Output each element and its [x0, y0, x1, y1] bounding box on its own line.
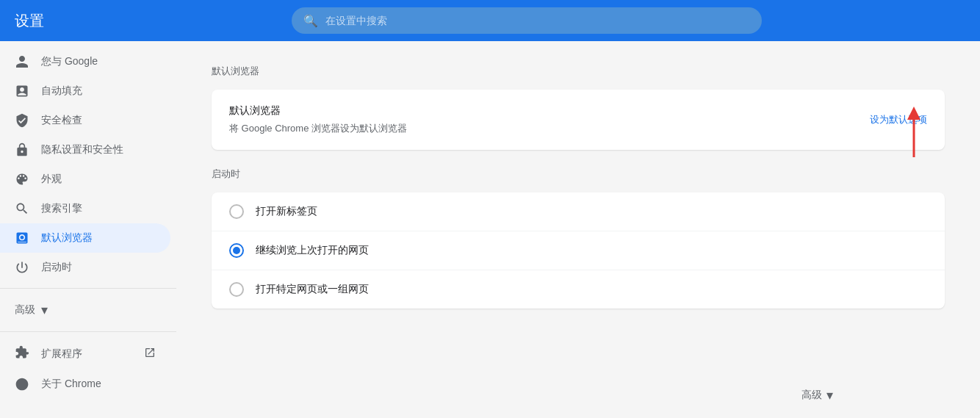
browser-icon	[15, 231, 29, 245]
set-default-button[interactable]: 设为默认选项	[870, 113, 927, 126]
default-browser-card-desc: 将 Google Chrome 浏览器设为默认浏览器	[229, 122, 407, 135]
palette-icon	[15, 172, 29, 187]
sidebar-item-safety[interactable]: 安全检查	[0, 106, 170, 135]
search-engine-icon	[15, 201, 29, 216]
sidebar-item-label: 您与 Google	[41, 55, 98, 68]
startup-option-label: 打开特定网页或一组网页	[256, 283, 369, 296]
radio-new-tab[interactable]	[229, 204, 244, 219]
chrome-icon	[15, 377, 29, 392]
search-input[interactable]	[325, 15, 750, 26]
sidebar-item-label: 启动时	[41, 261, 72, 274]
startup-options-card: 打开新标签页 继续浏览上次打开的网页 打开特定网页或一组网页	[212, 192, 945, 309]
startup-option-new-tab[interactable]: 打开新标签页	[212, 192, 945, 231]
sidebar-item-default-browser[interactable]: 默认浏览器	[0, 223, 170, 253]
sidebar-item-google[interactable]: 您与 Google	[0, 47, 170, 76]
default-browser-card: 默认浏览器 将 Google Chrome 浏览器设为默认浏览器 设为默认选项	[212, 90, 945, 150]
sidebar-item-autofill[interactable]: 自动填充	[0, 76, 170, 106]
main-content: 默认浏览器 默认浏览器 将 Google Chrome 浏览器设为默认浏览器 设…	[176, 41, 980, 418]
startup-option-specific[interactable]: 打开特定网页或一组网页	[212, 270, 945, 309]
extensions-icon	[15, 345, 29, 362]
sidebar-item-search[interactable]: 搜索引擎	[0, 194, 170, 223]
radio-continue[interactable]	[229, 243, 244, 258]
chevron-down-icon: ▾	[826, 387, 833, 403]
sidebar-item-label: 隐私设置和安全性	[41, 143, 123, 156]
startup-option-label: 打开新标签页	[256, 205, 317, 218]
divider	[0, 288, 176, 289]
shield-icon	[15, 113, 29, 128]
chevron-down-icon: ▾	[41, 302, 48, 318]
startup-option-continue[interactable]: 继续浏览上次打开的网页	[212, 231, 945, 270]
sidebar-item-label: 搜索引擎	[41, 202, 82, 215]
default-browser-card-title: 默认浏览器	[229, 104, 407, 118]
lock-icon	[15, 143, 29, 157]
sidebar-item-label: 外观	[41, 173, 62, 186]
sidebar-item-extensions[interactable]: 扩展程序	[0, 338, 170, 370]
power-icon	[15, 260, 29, 275]
search-bar: 🔍	[292, 7, 762, 34]
sidebar: 您与 Google 自动填充 安全检查 隐私设置和安全性 外观	[0, 41, 176, 418]
app-header: 设置 🔍	[0, 0, 980, 41]
radio-specific[interactable]	[229, 282, 244, 297]
sidebar-advanced[interactable]: 高级 ▾	[0, 295, 176, 325]
default-browser-section-title: 默认浏览器	[212, 65, 945, 78]
search-icon: 🔍	[303, 14, 318, 28]
sidebar-item-startup[interactable]: 启动时	[0, 253, 170, 282]
sidebar-item-label: 自动填充	[41, 84, 82, 98]
sidebar-item-label: 关于 Chrome	[41, 378, 101, 391]
sidebar-item-label: 安全检查	[41, 114, 82, 127]
sidebar-item-privacy[interactable]: 隐私设置和安全性	[0, 135, 170, 165]
external-link-icon	[144, 347, 156, 361]
sidebar-item-about[interactable]: 关于 Chrome	[0, 370, 170, 399]
sidebar-advanced-label: 高级	[15, 303, 35, 317]
startup-option-label: 继续浏览上次打开的网页	[256, 244, 369, 257]
page-title: 设置	[15, 11, 73, 31]
advanced-section: 高级 ▾	[801, 387, 833, 403]
sidebar-item-appearance[interactable]: 外观	[0, 165, 170, 194]
body-container: 您与 Google 自动填充 安全检查 隐私设置和安全性 外观	[0, 41, 980, 418]
extensions-label: 扩展程序	[41, 347, 82, 361]
autofill-icon	[15, 84, 29, 98]
startup-section-title: 启动时	[212, 167, 945, 181]
person-icon	[15, 54, 29, 69]
advanced-label: 高级	[801, 389, 822, 402]
sidebar-item-label: 默认浏览器	[41, 231, 93, 245]
divider2	[0, 331, 176, 332]
